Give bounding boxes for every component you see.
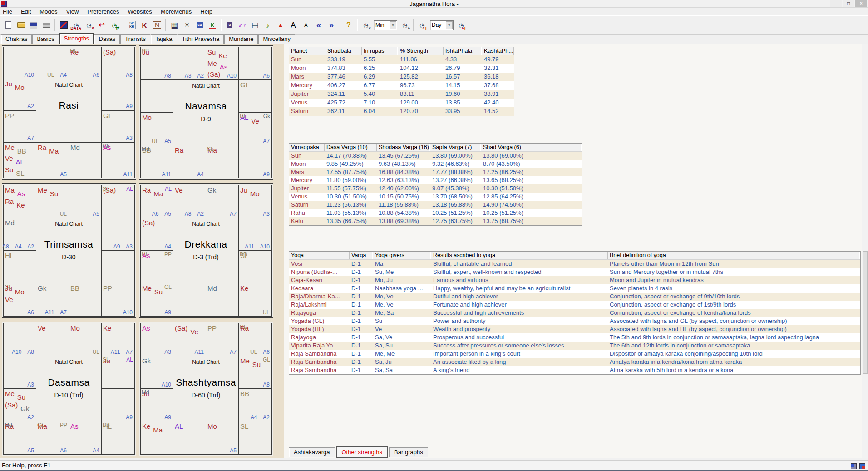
dropdown-arrow-icon[interactable]: ▾ bbox=[446, 21, 453, 29]
tray-icon[interactable] bbox=[859, 463, 865, 469]
save-file-button[interactable] bbox=[28, 19, 39, 31]
fire-ritual-button[interactable]: ▲ bbox=[275, 19, 286, 31]
minimize-button[interactable]: – bbox=[830, 0, 842, 7]
step-unit-select[interactable]: Min▾ bbox=[374, 20, 397, 30]
maximize-button[interactable]: □ bbox=[843, 0, 854, 7]
chart-cell[interactable]: MdJuA9 bbox=[141, 389, 173, 421]
chart-cell[interactable]: JuMoA2 bbox=[4, 79, 36, 111]
chart-cell[interactable]: (Sa)A4 bbox=[141, 218, 173, 251]
table-row[interactable]: KedaaraD-1Naabhasa yoga ...Happy, wealth… bbox=[289, 284, 860, 293]
table-row[interactable]: Viparita Raja Yo...D-1Sa, SuSuccess afte… bbox=[289, 342, 860, 350]
chart-cell[interactable]: JuMoA3 bbox=[239, 185, 271, 218]
karaka-button[interactable]: K bbox=[138, 19, 150, 31]
menu-websites[interactable]: Websites bbox=[128, 8, 152, 15]
menu-help[interactable]: Help bbox=[200, 8, 212, 15]
table-row[interactable]: Mercury406.276.7796.7314.1537.68 bbox=[289, 81, 514, 90]
chart-cell[interactable] bbox=[102, 251, 134, 283]
chart-cell[interactable]: SLMa bbox=[206, 145, 239, 178]
chart-cell[interactable]: PPA7 bbox=[4, 111, 36, 143]
chart-cell[interactable]: Md bbox=[69, 143, 102, 178]
chart-cell[interactable]: GLJuMoVeA6 bbox=[4, 283, 36, 316]
bottom-tab-ashtakavarga[interactable]: Ashtakavarga bbox=[289, 447, 335, 457]
k-box-button[interactable]: K bbox=[207, 19, 218, 31]
prev-page-button[interactable]: « bbox=[313, 19, 325, 31]
sp-kh-button[interactable]: SP KH bbox=[126, 19, 138, 31]
step-forward-button[interactable]: ◷» bbox=[399, 19, 411, 31]
table-row[interactable]: Mars17.55 (87.75%)16.88 (84.38%)17.77 (8… bbox=[289, 168, 582, 176]
table-row[interactable]: VosiD-1MaSkillful, charitable and learne… bbox=[289, 260, 860, 268]
chart-cell[interactable]: HLPPAs bbox=[141, 251, 173, 283]
chart-cell[interactable]: MdRaA5 bbox=[4, 421, 36, 454]
chart-cell[interactable]: A11A10 bbox=[239, 218, 271, 251]
table-row[interactable]: Sun333.195.55111.064.3349.79 bbox=[289, 55, 514, 64]
chart-cell[interactable]: MoA5 bbox=[206, 421, 239, 454]
compatibility-button[interactable]: ♂♀ bbox=[237, 19, 248, 31]
chart-cell[interactable]: A6 bbox=[239, 47, 271, 80]
font-small-button[interactable]: A bbox=[300, 19, 312, 31]
tab-tajaka[interactable]: Tajaka bbox=[151, 34, 177, 44]
sun-burst-button[interactable]: ☀ bbox=[181, 19, 193, 31]
tab-mundane[interactable]: Mundane bbox=[224, 34, 258, 44]
b-grid-button[interactable]: B bbox=[224, 19, 236, 31]
table-row[interactable]: Mars377.466.29125.8216.5736.18 bbox=[289, 73, 514, 81]
chart-cell[interactable]: HLGkALVeA7 bbox=[239, 113, 271, 145]
chart-cell[interactable]: GL bbox=[239, 80, 271, 113]
table-row[interactable]: Jupiter324.115.4083.1119.6038.91 bbox=[289, 90, 514, 99]
scrollbar-thumb[interactable] bbox=[863, 251, 868, 374]
table-row[interactable]: Raja SambandhaD-1Sa, JuAn associate like… bbox=[289, 358, 860, 366]
chart-cell[interactable]: MeSu(Sa)GkA2 bbox=[4, 389, 36, 421]
chart-cell[interactable]: BBHL bbox=[102, 421, 134, 454]
menu-preferences[interactable]: Preferences bbox=[87, 8, 119, 15]
reset-time-button[interactable]: ◷× bbox=[83, 19, 95, 31]
table-row[interactable]: Saturn362.116.04120.7033.9514.52 bbox=[289, 107, 514, 116]
sound-button[interactable]: ♪ bbox=[262, 19, 274, 31]
table-row[interactable]: Moon9.85 (49.25%)9.63 (48.13%)9.32 (46.6… bbox=[289, 160, 582, 168]
chart-cell[interactable]: A9 bbox=[102, 389, 134, 421]
tab-tithi-pravesha[interactable]: Tithi Pravesha bbox=[178, 34, 224, 44]
vertical-scrollbar[interactable] bbox=[862, 44, 868, 458]
menu-moremenus[interactable]: MoreMenus bbox=[161, 8, 192, 15]
table-row[interactable]: Gaja-KesariD-1Mo, JuFamous and virtuousM… bbox=[289, 276, 860, 284]
close-button[interactable]: × bbox=[855, 0, 867, 7]
chart-cell[interactable]: GkA11A7 bbox=[36, 283, 69, 316]
table-row[interactable]: Mercury11.80 (59.00%)12.63 (63.13%)13.27… bbox=[289, 176, 582, 184]
transit-back-button[interactable]: ◷«T bbox=[416, 19, 428, 31]
table-row[interactable]: Saturn11.23 (56.13%)11.18 (55.88%)13.18 … bbox=[289, 201, 582, 209]
chart-cell[interactable]: A3 bbox=[4, 356, 36, 389]
menu-view[interactable]: View bbox=[66, 8, 79, 15]
table-row[interactable]: Venus425.727.10129.0013.8542.40 bbox=[289, 99, 514, 107]
chart-cell[interactable]: VeA8A2 bbox=[173, 185, 206, 218]
table-row[interactable]: RajayogaD-1Me, SaSuccessful and high ach… bbox=[289, 309, 860, 317]
chart-cell[interactable]: AsA3 bbox=[141, 323, 173, 356]
chart-cell[interactable]: GkA10 bbox=[141, 356, 173, 389]
chart-cell[interactable]: Md bbox=[206, 283, 239, 316]
bottom-tab-bar-graphs[interactable]: Bar graphs bbox=[389, 447, 428, 457]
tab-miscellany[interactable]: Miscellany bbox=[258, 34, 295, 44]
open-file-button[interactable] bbox=[15, 19, 27, 31]
table-row[interactable]: Yogada (GL)D-1SuPower and authorityAssoc… bbox=[289, 317, 860, 325]
table-row[interactable]: Raja SambandhaD-1Me, MeImportant person … bbox=[289, 350, 860, 358]
chart-cell[interactable]: MoULA5 bbox=[141, 113, 173, 145]
chart-cell[interactable]: GLMeSuA9 bbox=[141, 283, 173, 316]
table-row[interactable]: Nipuna (Budha-...D-1Su, MeSkillful, expe… bbox=[289, 268, 860, 276]
chart-cell[interactable]: A3A2 bbox=[173, 47, 206, 80]
new-file-button[interactable] bbox=[2, 19, 14, 31]
chart-cell[interactable]: A9 bbox=[239, 145, 271, 178]
table-row[interactable]: Sun14.17 (70.88%)13.45 (67.25%)13.80 (69… bbox=[289, 152, 582, 160]
tab-transits[interactable]: Transits bbox=[120, 34, 150, 44]
tab-chakras[interactable]: Chakras bbox=[1, 34, 32, 44]
tray-icon[interactable] bbox=[851, 463, 857, 469]
tab-strengths[interactable]: Strengths bbox=[59, 33, 94, 44]
bottom-tab-other-strengths[interactable]: Other strengths bbox=[336, 446, 389, 458]
chart-cell[interactable]: A9A3 bbox=[102, 218, 134, 251]
timezone-button[interactable]: ◷⇄ bbox=[108, 19, 120, 31]
chart-cell[interactable]: KeMa bbox=[141, 421, 173, 454]
transit-forward-button[interactable]: ◷»T bbox=[455, 19, 467, 31]
transit-unit-select[interactable]: Day▾ bbox=[430, 20, 454, 30]
menu-file[interactable]: File bbox=[3, 8, 12, 15]
chart-cell[interactable]: GLPPMaA6 bbox=[36, 421, 69, 454]
chart-cell[interactable]: KeA11A7 bbox=[102, 323, 134, 356]
chart-cell[interactable]: (Sa)VeA11 bbox=[173, 323, 206, 356]
help-button[interactable]: ? bbox=[343, 19, 355, 31]
tab-dasas[interactable]: Dasas bbox=[94, 34, 120, 44]
